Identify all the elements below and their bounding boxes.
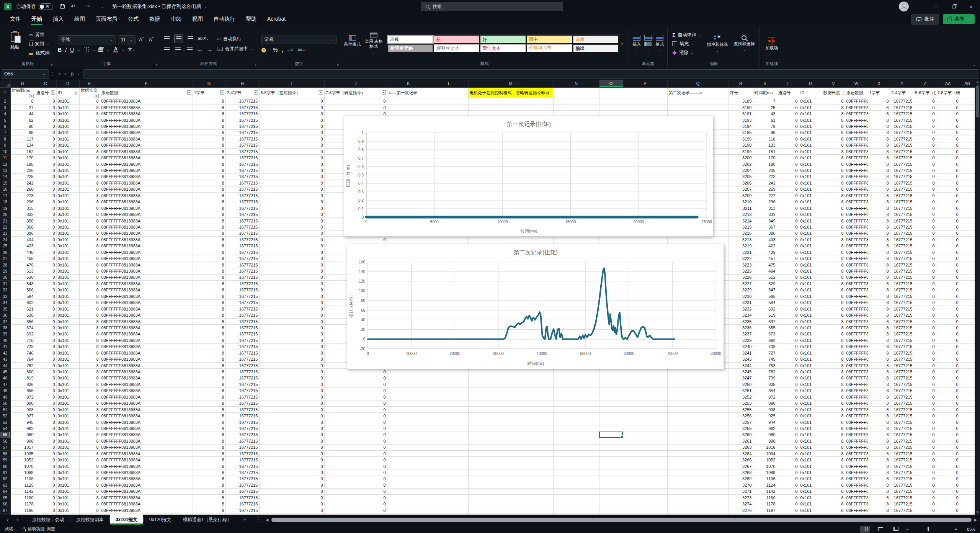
- cell[interactable]: 8: [868, 331, 890, 337]
- cell[interactable]: 0x101: [56, 312, 79, 318]
- column-header-U[interactable]: U: [799, 80, 822, 87]
- cell[interactable]: 0: [35, 457, 56, 463]
- cell[interactable]: 16777215: [890, 476, 914, 482]
- cell[interactable]: 16777215: [890, 501, 914, 507]
- cell[interactable]: 277: [753, 193, 777, 199]
- cell[interactable]: 8: [79, 375, 100, 381]
- cell[interactable]: 0x101: [56, 287, 79, 293]
- cell[interactable]: [387, 400, 430, 406]
- cell[interactable]: 3235: [728, 318, 753, 324]
- cell[interactable]: 8: [868, 482, 890, 488]
- cell[interactable]: 0: [914, 362, 936, 368]
- cell[interactable]: 16777215: [225, 350, 259, 356]
- cell[interactable]: 0x101: [56, 129, 79, 136]
- column-header-H[interactable]: H: [225, 80, 259, 87]
- cell[interactable]: 0: [777, 98, 799, 104]
- cell[interactable]: 08FFFFFF8813983A: [845, 507, 868, 513]
- cell[interactable]: 08FFFFFF8813983A: [100, 356, 193, 362]
- cell[interactable]: 404: [10, 237, 35, 243]
- cell[interactable]: 08FFFFFF8813983A: [100, 438, 193, 444]
- cell[interactable]: 16777215: [890, 469, 914, 476]
- cancel-icon[interactable]: ×: [58, 71, 61, 77]
- cell[interactable]: 0x101: [56, 463, 79, 469]
- cell[interactable]: 0: [324, 451, 387, 457]
- cell[interactable]: [599, 387, 623, 394]
- cell[interactable]: 3239: [728, 337, 753, 343]
- cell[interactable]: 16777215: [225, 111, 259, 117]
- cell[interactable]: [430, 469, 468, 476]
- cell[interactable]: 0x101: [56, 476, 79, 482]
- cell[interactable]: 3214: [728, 217, 753, 224]
- cell[interactable]: [430, 369, 468, 375]
- cell[interactable]: 8: [79, 432, 100, 438]
- cell[interactable]: 8: [193, 117, 225, 123]
- cell[interactable]: 0x101: [799, 149, 822, 155]
- cell[interactable]: 8: [79, 362, 100, 368]
- cell[interactable]: 0: [35, 262, 56, 268]
- cell[interactable]: 16777215: [225, 129, 259, 136]
- cell[interactable]: 16777215: [225, 387, 259, 394]
- cell[interactable]: 0: [936, 129, 960, 136]
- row-header[interactable]: 5: [0, 117, 10, 123]
- cell[interactable]: 3264: [728, 451, 753, 457]
- borders-icon[interactable]: [84, 47, 89, 52]
- hscroll-left-icon[interactable]: ◀: [266, 518, 270, 522]
- cell[interactable]: [623, 469, 667, 476]
- cell[interactable]: 8: [822, 117, 845, 123]
- cell[interactable]: [468, 432, 553, 438]
- cell[interactable]: 16777215: [225, 312, 259, 318]
- cell[interactable]: 0: [35, 281, 56, 287]
- cell[interactable]: 08FFFFFF8813983A: [845, 281, 868, 287]
- cell[interactable]: 0x101: [799, 312, 822, 318]
- column-header-T[interactable]: T: [777, 80, 799, 87]
- cell[interactable]: 8: [193, 98, 225, 104]
- cell[interactable]: 16777215: [225, 104, 259, 110]
- cell[interactable]: 16777215: [225, 193, 259, 199]
- cell[interactable]: 260: [10, 186, 35, 192]
- cell[interactable]: 8: [193, 274, 225, 280]
- row-header[interactable]: 12: [0, 161, 10, 167]
- cell[interactable]: 8: [193, 400, 225, 406]
- cell[interactable]: 8: [822, 230, 845, 236]
- row-header[interactable]: 20: [0, 211, 10, 217]
- cell[interactable]: 16777215: [225, 224, 259, 230]
- cell[interactable]: 0: [914, 205, 936, 211]
- cell[interactable]: 3231: [728, 299, 753, 306]
- cell[interactable]: 8: [822, 111, 845, 117]
- cell[interactable]: [553, 394, 599, 400]
- cell[interactable]: 170: [753, 155, 777, 161]
- cell-style-chip[interactable]: 计算: [573, 36, 618, 43]
- cell[interactable]: 5-6字节（扭: [914, 87, 936, 98]
- cell[interactable]: 16777215: [890, 149, 914, 155]
- row-header[interactable]: 67: [0, 507, 10, 513]
- cell[interactable]: 8: [868, 406, 890, 412]
- cell[interactable]: 16777215: [225, 230, 259, 236]
- cell[interactable]: 0: [914, 476, 936, 482]
- formula-bar-handle[interactable]: ⋮: [50, 72, 55, 77]
- cell[interactable]: 782: [753, 369, 777, 375]
- cell[interactable]: 3244: [728, 362, 753, 368]
- cell[interactable]: [553, 495, 599, 501]
- cell[interactable]: 0: [259, 205, 324, 211]
- cell[interactable]: 8: [79, 400, 100, 406]
- cell[interactable]: 8: [868, 211, 890, 217]
- cell[interactable]: 08FFFFFF8813983A: [100, 362, 193, 368]
- cell[interactable]: [387, 501, 430, 507]
- cell[interactable]: 8: [79, 457, 100, 463]
- cell[interactable]: 08FFFFFF8813983A: [845, 173, 868, 180]
- cell[interactable]: [468, 406, 553, 412]
- cell[interactable]: 0: [777, 451, 799, 457]
- cell[interactable]: 16777215: [225, 495, 259, 501]
- cell[interactable]: 8: [79, 167, 100, 173]
- cell[interactable]: [960, 356, 975, 362]
- cell[interactable]: 08FFFFFF8813983A: [100, 413, 193, 419]
- cell[interactable]: 0: [259, 217, 324, 224]
- cell[interactable]: 0x101: [56, 249, 79, 255]
- cell[interactable]: 8: [193, 155, 225, 161]
- row-header[interactable]: 23: [0, 230, 10, 236]
- cell[interactable]: 08FFFFFF8813983A: [100, 129, 193, 136]
- cell[interactable]: 422: [753, 243, 777, 249]
- cell[interactable]: 3251: [728, 387, 753, 394]
- cell[interactable]: 08FFFFFF8813983A: [100, 375, 193, 381]
- cell[interactable]: [960, 369, 975, 375]
